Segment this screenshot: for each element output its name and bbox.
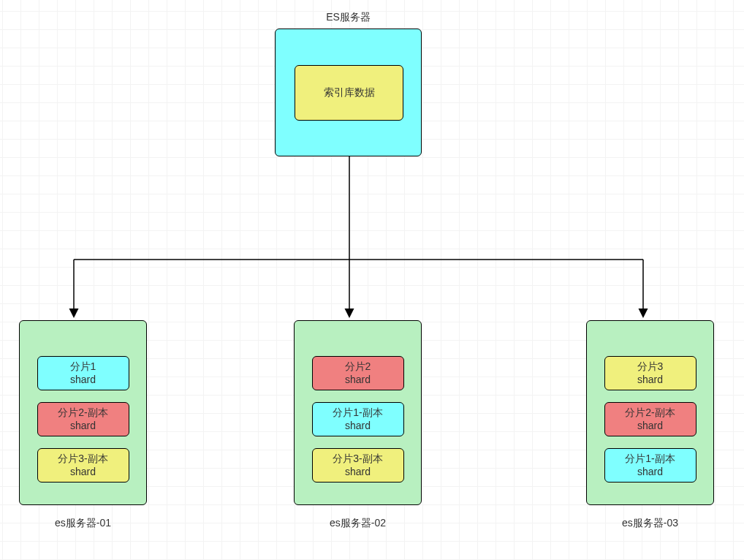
- shard-line1: 分片2: [345, 360, 371, 374]
- shard-box: 分片2-副本 shard: [604, 402, 696, 436]
- server-02-caption: es服务器-02: [294, 517, 422, 530]
- shard-line1: 分片3-副本: [333, 453, 382, 466]
- shard-line2: shard: [70, 374, 96, 387]
- server-01-caption: es服务器-01: [19, 517, 147, 530]
- server-box-02: 分片2 shard 分片1-副本 shard 分片3-副本 shard: [294, 320, 422, 505]
- top-server-title: ES服务器: [275, 11, 422, 24]
- server-box-03: 分片3 shard 分片2-副本 shard 分片1-副本 shard: [586, 320, 714, 505]
- shard-box: 分片2-副本 shard: [37, 402, 129, 436]
- shard-line1: 分片3: [637, 360, 664, 374]
- shard-line1: 分片3-副本: [58, 453, 107, 466]
- shard-line1: 分片1-副本: [333, 406, 382, 420]
- shard-box: 分片3 shard: [604, 356, 696, 390]
- shard-line2: shard: [637, 374, 663, 387]
- shard-line1: 分片1: [70, 360, 96, 374]
- index-data-label: 索引库数据: [324, 86, 375, 99]
- shard-box: 分片2 shard: [312, 356, 404, 390]
- shard-line2: shard: [70, 420, 96, 433]
- shard-line1: 分片2-副本: [625, 406, 675, 420]
- shard-line2: shard: [637, 466, 663, 479]
- index-data-box: 索引库数据: [295, 65, 403, 121]
- shard-box: 分片3-副本 shard: [312, 448, 404, 483]
- shard-line1: 分片1-副本: [625, 453, 675, 466]
- server-03-caption: es服务器-03: [586, 517, 714, 530]
- shard-line2: shard: [345, 466, 371, 479]
- shard-box: 分片1-副本 shard: [312, 402, 404, 436]
- shard-line1: 分片2-副本: [58, 406, 107, 420]
- shard-line2: shard: [345, 420, 371, 433]
- shard-line2: shard: [70, 466, 96, 479]
- shard-line2: shard: [345, 374, 371, 387]
- server-box-01: 分片1 shard 分片2-副本 shard 分片3-副本 shard: [19, 320, 147, 505]
- shard-box: 分片1-副本 shard: [604, 448, 696, 483]
- shard-box: 分片1 shard: [37, 356, 129, 390]
- shard-line2: shard: [637, 420, 663, 433]
- shard-box: 分片3-副本 shard: [37, 448, 129, 483]
